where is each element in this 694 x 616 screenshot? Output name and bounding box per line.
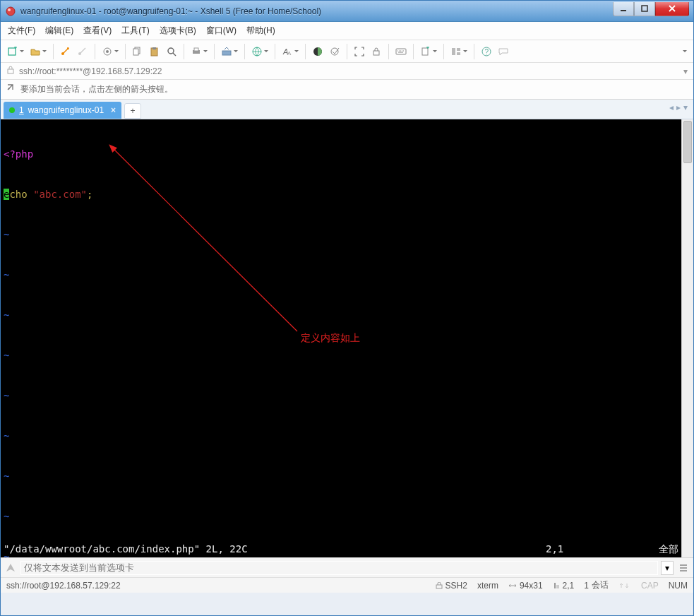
status-cursor: 2,1 [553,581,575,591]
tab-close-button[interactable]: × [111,105,116,115]
toolbar: AA ? [1,40,693,63]
maximize-button[interactable] [634,2,655,16]
svg-rect-23 [396,49,406,54]
session-tab[interactable]: 1 wangruifenglinux-01 × [4,102,121,119]
svg-rect-22 [373,51,379,55]
svg-rect-16 [222,51,231,55]
term-tilde: ~ [4,510,678,523]
tab-nav: ◂ ▸ ▾ [669,102,688,112]
term-echo: cho [9,189,33,200]
term-string: "abc.com" [33,189,87,200]
address-dropdown[interactable]: ▾ [683,66,688,76]
term-tilde: ~ [4,309,678,322]
script-button[interactable] [418,44,439,59]
terminal-scrollbar[interactable] [681,119,693,557]
svg-rect-25 [452,48,455,55]
find-button[interactable] [164,44,179,59]
open-button[interactable] [28,44,49,59]
lock-icon [436,582,443,589]
disconnect-button[interactable] [75,44,90,59]
status-sessions: 1 会话 [584,579,609,591]
copy-button[interactable] [130,44,145,59]
fullscreen-button[interactable] [352,44,367,59]
status-ssh: SSH2 [436,581,467,591]
hint-text: 要添加当前会话，点击左侧的箭头按钮。 [20,83,173,95]
properties-button[interactable] [100,44,121,59]
reconnect-button[interactable] [58,44,73,59]
new-session-button[interactable] [5,44,26,59]
hint-bar: 要添加当前会话，点击左侧的箭头按钮。 [1,80,693,100]
svg-rect-4 [8,48,16,55]
svg-rect-3 [642,6,647,11]
menu-tools[interactable]: 工具(T) [121,25,149,37]
close-button[interactable] [655,2,689,16]
tab-prev[interactable]: ◂ [669,102,674,112]
compose-input[interactable] [20,561,658,575]
resize-icon [508,582,517,589]
menu-window[interactable]: 窗口(W) [206,25,237,37]
status-size: 94x31 [508,581,543,591]
print-button[interactable] [189,44,210,59]
terminal[interactable]: <?php echo "abc.com"; ~ ~ ~ ~ ~ ~ ~ ~ ~ … [1,119,681,557]
term-semi: ; [87,189,92,200]
lock-button[interactable] [369,44,384,59]
status-cap: CAP [641,581,659,591]
new-tab-button[interactable]: + [124,103,141,119]
term-tilde: ~ [4,389,678,403]
language-button[interactable] [249,44,270,59]
feedback-button[interactable] [496,44,511,59]
keyboard-button[interactable] [393,44,409,59]
term-tilde: ~ [4,228,678,242]
vim-status-line: "/data/wwwroot/abc.com/index.php" 2L, 22… [4,543,678,556]
svg-point-6 [78,52,81,55]
svg-text:A: A [287,50,292,57]
transfer-button[interactable] [219,44,240,59]
svg-rect-24 [422,48,428,55]
menu-edit[interactable]: 编辑(E) [45,25,73,37]
menu-help[interactable]: 帮助(H) [246,25,275,37]
highlight-button[interactable] [327,44,342,59]
term-tilde: ~ [4,349,678,362]
send-icon[interactable] [4,561,18,575]
hint-arrow-icon[interactable] [6,83,16,95]
tab-next[interactable]: ▸ [676,102,681,112]
tab-list[interactable]: ▾ [683,102,688,112]
paste-button[interactable] [147,44,162,59]
svg-point-1 [8,8,11,11]
svg-point-13 [168,48,174,54]
menu-bar: 文件(F) 编辑(E) 查看(V) 工具(T) 选项卡(B) 窗口(W) 帮助(… [1,22,693,40]
status-num: NUM [669,581,688,591]
compose-target-dropdown[interactable]: ▾ [661,561,674,575]
svg-point-5 [61,52,64,55]
font-button[interactable]: AA [280,44,301,59]
toolbar-overflow[interactable] [668,44,689,59]
app-icon [5,6,16,17]
color-scheme-button[interactable] [310,44,325,59]
svg-point-8 [106,50,109,53]
layout-button[interactable] [448,44,469,59]
svg-rect-34 [556,585,559,588]
svg-rect-2 [621,10,626,11]
scrollbar-thumb[interactable] [683,121,692,163]
svg-rect-30 [8,69,13,73]
vim-file-info: "/data/wwwroot/abc.com/index.php" 2L, 22… [4,543,248,556]
tab-strip: 1 wangruifenglinux-01 × + ◂ ▸ ▾ [1,100,693,119]
svg-rect-12 [152,47,156,49]
status-term: xterm [477,581,498,591]
menu-tabs[interactable]: 选项卡(B) [160,25,196,37]
menu-view[interactable]: 查看(V) [83,25,112,37]
menu-file[interactable]: 文件(F) [8,25,35,37]
svg-rect-32 [436,585,442,588]
address-text[interactable]: ssh://root:********@192.168.57.129:22 [19,66,679,76]
lock-icon [6,66,15,76]
tab-label: wangruifenglinux-01 [28,105,104,115]
svg-rect-10 [133,49,138,55]
cursor-pos-icon [553,582,560,589]
help-button[interactable]: ? [479,44,494,59]
svg-rect-27 [457,52,460,55]
compose-menu-button[interactable] [676,561,690,575]
vim-cursor-pos: 2,1 [546,543,659,556]
minimize-button[interactable] [613,2,634,16]
connected-dot-icon [9,107,15,113]
compose-bar: ▾ [1,557,693,577]
